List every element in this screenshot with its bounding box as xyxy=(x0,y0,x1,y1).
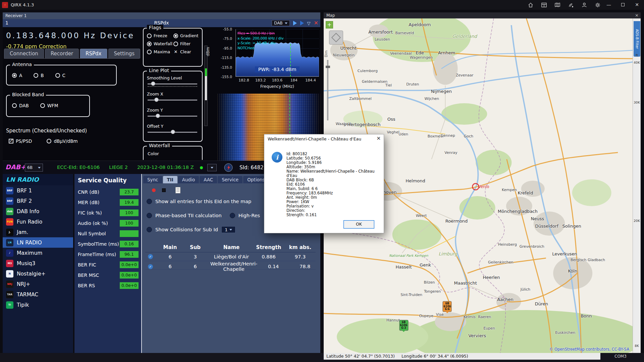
slider-zoom-y[interactable]: Zoom Y xyxy=(147,108,199,124)
slider-thumb[interactable] xyxy=(171,130,175,134)
checkbox-icon[interactable] xyxy=(147,213,152,218)
flag-waterfall[interactable]: Waterfall xyxy=(147,41,173,46)
service-item[interactable]: FUNFun Radio xyxy=(3,217,73,227)
statusbar: Latitude 50° 42' 04.7" (50.7013) Longitu… xyxy=(0,353,644,362)
cell-name: Welkenraedt/Henri-Chapelle xyxy=(210,261,257,272)
service-item[interactable]: LNLN RADIO xyxy=(3,237,73,248)
close-button[interactable]: ✕ xyxy=(630,0,644,10)
settings-gear-icon[interactable] xyxy=(595,2,600,8)
service-item[interactable]: TARTARMAC xyxy=(3,289,73,300)
tii-tab-aac[interactable]: AAC xyxy=(200,176,217,183)
zoom-slider-thumb[interactable] xyxy=(326,66,330,68)
flag-clear[interactable]: ✕Clear xyxy=(173,49,200,54)
blocked-band-option-dab[interactable]: DAB xyxy=(12,103,29,108)
record-icon[interactable] xyxy=(152,188,156,192)
checkbox-icon[interactable] xyxy=(147,199,152,204)
annotation-line: NOTCHed xyxy=(237,46,283,51)
row-checkbox[interactable]: ✓ xyxy=(145,254,160,259)
metric-label: FrameTime (ms) xyxy=(78,252,116,257)
tab-connection[interactable]: Connection xyxy=(4,49,44,58)
show-collisions-option[interactable]: Show Collisions for Sub Id 1 xyxy=(147,226,235,233)
play-button[interactable] xyxy=(293,21,297,25)
log-document-icon[interactable] xyxy=(175,187,180,193)
map-label: Eupen xyxy=(483,326,495,330)
slider-zoom-x[interactable]: Zoom X xyxy=(147,92,199,108)
filter-funnel-icon[interactable]: ▽ xyxy=(307,21,311,26)
service-item[interactable]: ♪Maximum xyxy=(3,248,73,258)
tab-settings[interactable]: Settings xyxy=(108,49,141,58)
slider-thumb[interactable] xyxy=(151,81,155,86)
service-item[interactable]: T!Tipik xyxy=(3,300,73,310)
flag-gradient[interactable]: Gradient xyxy=(173,33,200,38)
service-item[interactable]: J.Jam. xyxy=(3,227,73,237)
dish-icon[interactable] xyxy=(568,2,574,8)
spectrum-option[interactable]: PS/PSD xyxy=(9,138,32,144)
channel-select[interactable]: 6B xyxy=(25,164,43,172)
close-receiver-icon[interactable]: ✕ xyxy=(314,20,318,26)
map-label: Wijchen xyxy=(425,96,439,101)
slider-thumb[interactable] xyxy=(156,114,160,118)
service-item[interactable]: dabDAB Info xyxy=(3,206,73,217)
app-logo-icon xyxy=(2,2,8,8)
tii-tab-service[interactable]: Service xyxy=(218,176,243,183)
antenna-option-b[interactable]: B xyxy=(34,73,44,78)
slider-offset-y[interactable]: Offset Y xyxy=(147,124,199,140)
slider-thumb[interactable] xyxy=(154,98,159,102)
service-item[interactable]: NNostalgie+ xyxy=(3,268,73,279)
show-all-entries-option[interactable]: Show all entries for this EId on the map xyxy=(147,199,251,204)
tii-marker[interactable]: 6B61066:6 xyxy=(443,301,452,312)
tii-marker[interactable]: 6B61066:3 xyxy=(399,320,408,331)
flag-freeze[interactable]: Freeze xyxy=(147,33,173,38)
phase-based-option[interactable]: Phase-based TII calculation High-Res xyxy=(147,213,260,218)
map-close-icon[interactable]: × xyxy=(635,12,639,18)
service-icon: TAR xyxy=(6,291,13,298)
mode-select[interactable]: DAB xyxy=(272,20,289,26)
minimize-button[interactable]: — xyxy=(602,0,616,10)
service-item[interactable]: BRFBRF 1 xyxy=(3,185,73,196)
panels-icon[interactable] xyxy=(541,2,547,8)
flag-maxima[interactable]: Maxima xyxy=(147,49,173,54)
dialog-close-icon[interactable]: ✕ xyxy=(376,135,381,141)
table-row[interactable]: ✓66Welkenraedt/Henri-Chapelle0.1478.8 xyxy=(145,261,316,270)
tab-recorder[interactable]: Recorder xyxy=(45,49,79,58)
home-icon[interactable] xyxy=(528,2,533,8)
tii-tab-audio[interactable]: Audio xyxy=(178,176,199,183)
map-label: 's-Hertogenbosch xyxy=(342,122,380,127)
person-icon[interactable] xyxy=(582,2,587,8)
metric-row: BER MSC0.0e+0 xyxy=(74,270,141,280)
maximize-button[interactable] xyxy=(616,0,630,10)
play-alt-button[interactable] xyxy=(300,21,304,25)
ensemble-dropdown[interactable] xyxy=(207,164,217,171)
checkbox-icon[interactable] xyxy=(230,213,235,218)
spectrum-annotations: fRes = 500.0 Hz / binx-Scale: 200,000 kH… xyxy=(237,31,283,50)
pan-control[interactable] xyxy=(329,31,343,45)
row-checkbox[interactable]: ✓ xyxy=(145,264,160,269)
zoom-slider[interactable] xyxy=(327,60,328,120)
ok-button[interactable]: OK xyxy=(343,220,374,229)
table-row[interactable]: ✓63Liège/Bol d'Air0.88697.3 xyxy=(145,252,316,261)
osm-attribution[interactable]: © OpenStreetMap contributors, CC-BY-SA xyxy=(549,347,629,352)
tii-tab-sync[interactable]: Sync xyxy=(143,176,162,183)
service-item[interactable]: NRJNRJ+ xyxy=(3,279,73,289)
antenna-option-a[interactable]: A xyxy=(12,73,22,78)
map-book-icon[interactable] xyxy=(555,2,560,8)
tab-rspdx[interactable]: RSPdx xyxy=(80,49,107,58)
adsb-filter-tab[interactable]: ADS-B Filter xyxy=(634,21,640,57)
stop-icon[interactable] xyxy=(162,188,166,192)
antenna-option-c[interactable]: C xyxy=(55,73,65,78)
checkbox-icon[interactable] xyxy=(147,227,152,232)
map-label: Leverkusen xyxy=(552,251,577,256)
blocked-band-option-wfm[interactable]: WFM xyxy=(40,103,58,108)
selected-transmitter-ring[interactable] xyxy=(472,183,479,190)
tii-tab-tii[interactable]: TII xyxy=(163,176,177,183)
spectrum-option[interactable]: dBµV/dBm xyxy=(47,138,77,144)
subid-select[interactable]: 1 xyxy=(221,226,235,233)
flag-label: Freeze xyxy=(154,33,167,38)
slider-smoothing-level[interactable]: Smoothing Level xyxy=(147,75,199,92)
flag-filter[interactable]: Filter xyxy=(173,41,200,46)
service-item[interactable]: M3Musiq3 xyxy=(3,258,73,268)
map-label: Bilzen xyxy=(424,280,435,285)
option-label: A xyxy=(19,73,22,78)
service-item[interactable]: BRFBRF 2 xyxy=(3,196,73,206)
zoom-in-button[interactable]: + xyxy=(326,21,333,28)
